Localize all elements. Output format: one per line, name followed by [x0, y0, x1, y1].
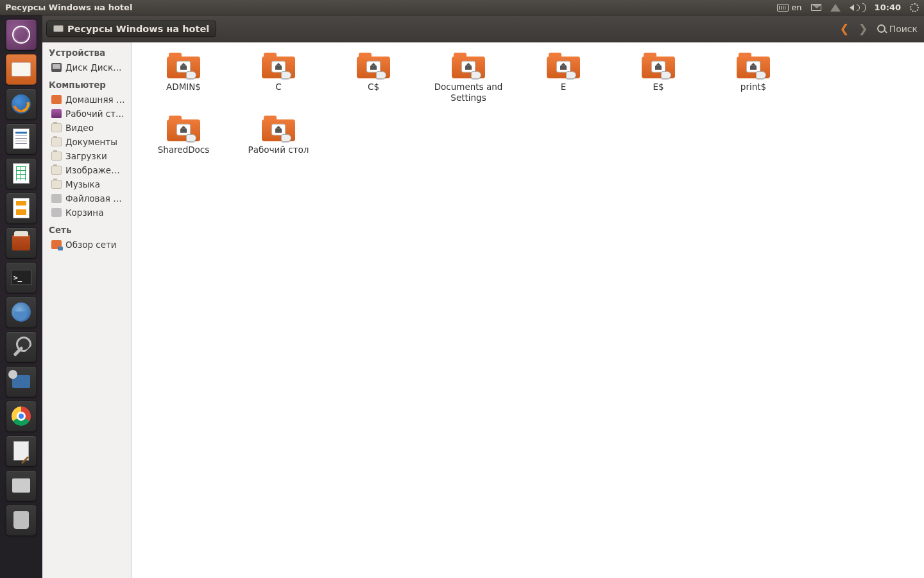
thunderbird-icon — [12, 302, 31, 322]
sidebar-item-comp-8[interactable]: Корзина — [42, 206, 132, 220]
nav-forward-button[interactable]: ❯ — [859, 22, 868, 35]
generic-icon — [51, 137, 62, 146]
share-folder[interactable]: ADMIN$ — [136, 49, 231, 108]
sidebar-item-comp-6[interactable]: Музыка — [42, 177, 132, 191]
sidebar-item-label: Видео — [65, 123, 94, 133]
terminal-icon: >_ — [11, 270, 31, 285]
gedit-icon — [13, 441, 29, 460]
sidebar-item-label: Диск Дискета — [65, 62, 125, 73]
sidebar-item-label: Файловая с… — [65, 193, 125, 204]
launcher-chrome[interactable] — [6, 401, 37, 432]
share-folder[interactable]: E — [516, 49, 611, 108]
trash-icon — [13, 511, 29, 529]
share-folder-icon — [737, 53, 770, 78]
sidebar-header-computer: Компьютер — [42, 74, 132, 92]
share-folder[interactable]: print$ — [706, 49, 801, 108]
settings-icon — [12, 338, 30, 356]
workspaces-icon — [12, 478, 30, 493]
launcher-settings[interactable] — [6, 331, 37, 362]
share-folder[interactable]: E$ — [611, 49, 706, 108]
share-folder[interactable]: C$ — [326, 49, 421, 108]
launcher-dash[interactable] — [6, 19, 37, 50]
mail-indicator[interactable] — [811, 4, 821, 11]
folder-label: Рабочий стол — [244, 144, 313, 156]
share-folder-icon — [167, 116, 200, 141]
generic-icon — [51, 152, 62, 161]
drive-icon — [53, 25, 64, 32]
launcher-impress[interactable] — [6, 193, 37, 223]
keyboard-lang: en — [791, 3, 801, 12]
sidebar-item-comp-3[interactable]: Документы — [42, 135, 132, 149]
sidebar-item-net-0[interactable]: Обзор сети — [42, 238, 132, 252]
launcher-calc[interactable] — [6, 158, 37, 189]
share-folder[interactable]: SharedDocs — [136, 112, 231, 160]
sidebar-item-label: Загрузки — [65, 151, 107, 161]
calc-icon — [13, 163, 30, 184]
places-sidebar: Устройства Диск Дискета Компьютер Домашн… — [42, 42, 132, 578]
volume-indicator[interactable] — [850, 3, 866, 12]
share-folder[interactable]: Documents and Settings — [421, 49, 516, 108]
share-folder[interactable]: C — [231, 49, 326, 108]
keyboard-indicator[interactable]: en — [777, 3, 801, 12]
launcher-thunderbird[interactable] — [6, 297, 37, 328]
share-folder-icon — [547, 53, 580, 78]
clock[interactable]: 10:40 — [875, 3, 901, 12]
gear-icon — [910, 3, 919, 12]
location-breadcrumb[interactable]: Ресурсы Windows на hotel — [46, 21, 216, 37]
sidebar-header-devices: Устройства — [42, 42, 132, 60]
sidebar-item-comp-4[interactable]: Загрузки — [42, 149, 132, 163]
launcher-remote[interactable] — [6, 366, 37, 397]
sidebar-item-dev-0[interactable]: Диск Дискета — [42, 60, 132, 74]
folder-label: E — [557, 81, 570, 93]
launcher-files[interactable] — [6, 54, 37, 85]
sidebar-item-label: Документы — [65, 137, 117, 147]
sidebar-item-label: Обзор сети — [65, 240, 117, 250]
share-folder[interactable]: Рабочий стол — [231, 112, 326, 160]
chrome-icon — [12, 407, 31, 426]
top-panel: Ресурсы Windows на hotel en 10:40 — [0, 0, 924, 15]
launcher-workspaces[interactable] — [6, 470, 37, 501]
folder-label: Documents and Settings — [424, 81, 513, 104]
fs-icon — [51, 194, 62, 203]
firefox-icon — [12, 94, 31, 114]
launcher: >_ — [0, 15, 42, 578]
trash-icon — [51, 208, 62, 217]
search-button[interactable]: Поиск — [877, 24, 918, 34]
launcher-writer[interactable] — [6, 123, 37, 154]
impress-icon — [13, 198, 30, 218]
icon-view[interactable]: ADMIN$CC$Documents and SettingsEE$print$… — [132, 42, 924, 578]
file-manager-window: Ресурсы Windows на hotel ❮ ❯ Поиск Устро… — [42, 15, 924, 578]
desktop-icon — [51, 109, 62, 118]
sidebar-item-comp-7[interactable]: Файловая с… — [42, 191, 132, 206]
location-label: Ресурсы Windows на hotel — [67, 24, 209, 34]
share-folder-icon — [452, 53, 485, 78]
sidebar-item-comp-0[interactable]: Домашняя п… — [42, 92, 132, 107]
folder-label: E$ — [649, 81, 667, 93]
ubuntu-dash-icon — [12, 26, 30, 44]
sidebar-item-comp-5[interactable]: Изображения — [42, 163, 132, 177]
folder-label: ADMIN$ — [162, 81, 205, 93]
search-icon — [877, 24, 886, 33]
wifi-icon — [830, 4, 841, 12]
launcher-software[interactable] — [6, 227, 37, 258]
sidebar-item-comp-1[interactable]: Рабочий стол — [42, 107, 132, 121]
generic-icon — [51, 166, 62, 175]
sidebar-item-label: Музыка — [65, 179, 100, 189]
share-folder-icon — [357, 53, 390, 78]
share-folder-icon — [642, 53, 675, 78]
disk-icon — [51, 63, 62, 72]
sidebar-item-label: Рабочий стол — [65, 109, 125, 119]
session-indicator[interactable] — [910, 3, 919, 12]
launcher-gedit[interactable] — [6, 435, 37, 466]
sidebar-item-label: Изображения — [65, 165, 125, 175]
active-window-title: Ресурсы Windows на hotel — [5, 3, 132, 12]
launcher-terminal[interactable]: >_ — [6, 262, 37, 293]
folder-label: SharedDocs — [154, 144, 214, 156]
nav-back-button[interactable]: ❮ — [839, 22, 849, 35]
launcher-firefox[interactable] — [6, 89, 37, 119]
launcher-trash[interactable] — [6, 505, 37, 536]
network-indicator[interactable] — [830, 4, 841, 12]
sidebar-item-comp-2[interactable]: Видео — [42, 121, 132, 135]
share-folder-icon — [262, 116, 295, 141]
keyboard-icon — [777, 4, 789, 12]
